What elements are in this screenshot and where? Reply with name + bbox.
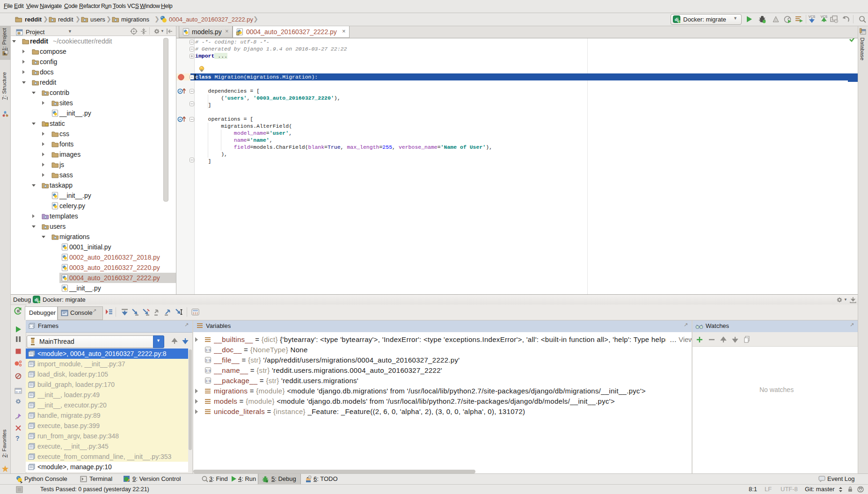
svg-text:dj: dj: [675, 17, 678, 22]
svg-text:3 9: 3 9: [205, 379, 211, 383]
svg-text:3 9: 3 9: [205, 369, 211, 373]
svg-text:dj: dj: [35, 298, 38, 302]
svg-text:VCS: VCS: [809, 15, 816, 18]
svg-text:3 9: 3 9: [205, 348, 211, 352]
svg-text:3 9: 3 9: [205, 358, 211, 363]
